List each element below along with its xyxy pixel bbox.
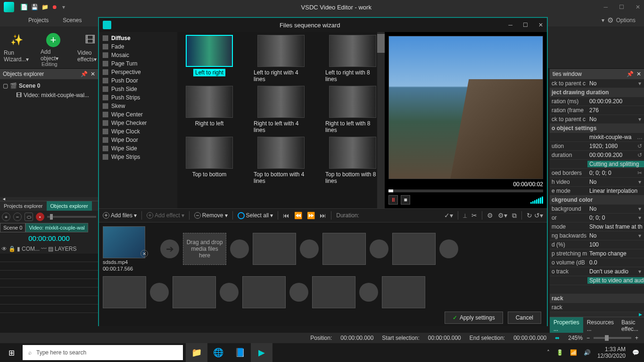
transition-preset[interactable]: Right to left with 8 lines: [323, 86, 382, 134]
crop-icon[interactable]: ⟂: [463, 212, 467, 219]
transition-slot[interactable]: [300, 239, 319, 258]
chrome-icon[interactable]: 🌐: [207, 343, 229, 362]
tl-add-button[interactable]: +: [2, 213, 10, 221]
transition-item[interactable]: Mosaic: [99, 51, 177, 59]
media-slot[interactable]: [392, 233, 436, 265]
tab-projects-explorer[interactable]: Projects explorer: [0, 201, 47, 211]
tab-objects-explorer[interactable]: Objects explorer: [47, 201, 92, 211]
options-label[interactable]: Options: [616, 17, 636, 24]
video-node[interactable]: 🎞 Video: mixkit-couple-wal...: [3, 90, 95, 100]
property-row[interactable]: p stretching mTempo change: [550, 249, 644, 258]
minimize-button[interactable]: ─: [603, 4, 608, 10]
property-row[interactable]: ng backwardsNo▾: [550, 231, 644, 240]
check-icon[interactable]: ✓▾: [444, 212, 453, 219]
gear2-icon[interactable]: ⚙▾: [498, 212, 507, 219]
tl-tab-video[interactable]: Video: mixkit-couple-wal: [25, 223, 88, 232]
transition-item[interactable]: Diffuse: [99, 34, 177, 42]
timeline-grid[interactable]: [0, 254, 98, 320]
drop-zone[interactable]: Drag and drop media files here: [183, 233, 226, 265]
wizard-minimize-button[interactable]: ─: [508, 22, 512, 28]
taskbar-search[interactable]: ⌕ Type here to search: [23, 345, 183, 360]
select-all-button[interactable]: Select all ▾: [238, 212, 273, 219]
transition-preset[interactable]: Top to bottom with 4 lines: [252, 137, 310, 185]
transition-item[interactable]: Perspective: [99, 68, 177, 76]
wifi-icon[interactable]: 📶: [570, 349, 577, 356]
collapse-icon[interactable]: ▢: [3, 82, 8, 89]
property-row[interactable]: ution1920; 1080↺: [550, 142, 644, 151]
property-row[interactable]: backgroundNo▾: [550, 205, 644, 214]
transition-item[interactable]: Wipe Door: [99, 136, 177, 144]
layers-icon[interactable]: ▤: [48, 246, 53, 252]
property-row[interactable]: duration00:00:09.200↺: [550, 151, 644, 160]
wizard-titlebar[interactable]: Files sequence wizard ─ ☐ ✕: [99, 18, 547, 32]
battery-icon[interactable]: 🔋: [556, 349, 563, 356]
run-wizard-button[interactable]: ✨ Run Wizard...▾: [4, 32, 29, 63]
skip-back-icon[interactable]: ⏮: [283, 212, 289, 219]
file-explorer-icon[interactable]: 📁: [186, 343, 207, 362]
scroll-right-icon[interactable]: ▶: [639, 312, 642, 317]
media-clip[interactable]: sdsds.mp4 00:00:17.566: [103, 226, 145, 272]
property-row[interactable]: ck to parent cNo▾: [550, 115, 644, 124]
transition-item[interactable]: Fade: [99, 42, 177, 51]
transition-preset[interactable]: Right to left: [180, 86, 239, 134]
tab-projects[interactable]: Projects: [28, 17, 49, 24]
copy-icon[interactable]: ⧉: [512, 212, 517, 220]
property-row[interactable]: ck to parent cNo▾: [550, 79, 644, 88]
qat-record-icon[interactable]: ⏺: [52, 4, 58, 10]
add-object-button[interactable]: + Add object▾: [41, 33, 66, 62]
media-slot[interactable]: [322, 233, 366, 265]
tl-rec-button[interactable]: ▪: [36, 213, 44, 221]
property-row[interactable]: h videoNo▾: [550, 178, 644, 187]
transition-item[interactable]: Skew: [99, 102, 177, 110]
transition-slot[interactable]: [289, 283, 308, 302]
tl-remove-button[interactable]: −: [13, 213, 22, 221]
rotate-icon[interactable]: ↻ ↺▾: [527, 212, 543, 219]
skip-fwd-icon[interactable]: ⏭: [320, 212, 326, 219]
media-slot[interactable]: [253, 233, 296, 265]
property-row[interactable]: modeShow last frame at th: [550, 222, 644, 231]
transition-preset[interactable]: Left to right with 4 lines: [252, 35, 310, 83]
close-panel-icon[interactable]: ✕: [636, 71, 641, 77]
transition-item[interactable]: Page Turn: [99, 59, 177, 68]
zoom-slider[interactable]: [594, 337, 631, 339]
qat-save-icon[interactable]: 💾: [31, 4, 38, 10]
tl-tab-scene[interactable]: Scene 0: [0, 223, 25, 232]
property-row[interactable]: o volume (dB0.0: [550, 258, 644, 267]
transition-item[interactable]: Wipe Center: [99, 110, 177, 119]
transition-preset[interactable]: Left to right: [180, 35, 239, 83]
pin-icon[interactable]: 📌: [627, 71, 634, 77]
preview-pause-button[interactable]: ⏸: [388, 195, 398, 205]
transition-slot[interactable]: [359, 283, 378, 302]
property-row[interactable]: e modeLinear interpolation: [550, 187, 644, 196]
media-slot[interactable]: [103, 276, 146, 308]
start-button[interactable]: ⊞: [0, 343, 23, 362]
transition-item[interactable]: Push Strips: [99, 93, 177, 102]
rewind-icon[interactable]: ⏪: [294, 212, 302, 219]
volume-icon[interactable]: 🔊: [584, 349, 591, 356]
tray-expand-icon[interactable]: ˄: [547, 349, 550, 356]
volume-indicator[interactable]: [530, 197, 543, 204]
close-panel-icon[interactable]: ✕: [91, 71, 95, 77]
word-icon[interactable]: 📘: [229, 343, 251, 362]
tab-basic-effects[interactable]: Basic effec...: [618, 317, 644, 334]
add-files-button[interactable]: +Add files ▾: [103, 212, 137, 219]
clock[interactable]: 1:33 AM 12/30/2020: [597, 346, 626, 360]
transition-item[interactable]: Wipe Checker: [99, 119, 177, 127]
transition-slot[interactable]: [230, 239, 249, 258]
fit-icon[interactable]: ⬌: [555, 335, 560, 341]
property-row[interactable]: mixkit-couple-wa…: [550, 133, 644, 142]
media-slot[interactable]: [312, 276, 355, 308]
remove-button[interactable]: −Remove ▾: [194, 212, 228, 219]
property-row[interactable]: d (%)100: [550, 240, 644, 249]
transition-preset[interactable]: Top to bottom: [180, 137, 239, 185]
zoom-in-button[interactable]: +: [635, 335, 638, 341]
transition-item[interactable]: Wipe Clock: [99, 127, 177, 136]
media-slot[interactable]: [382, 276, 425, 308]
marker-icon[interactable]: ▮: [17, 246, 20, 252]
cut-icon[interactable]: ✂: [471, 212, 477, 219]
vsdc-icon[interactable]: ▶: [251, 343, 272, 362]
transitions-scrollbar[interactable]: [377, 32, 385, 208]
scene-node[interactable]: ▢ 🎬 Scene 0: [3, 81, 95, 90]
wizard-close-button[interactable]: ✕: [538, 22, 543, 28]
transition-item[interactable]: Wipe Side: [99, 144, 177, 153]
